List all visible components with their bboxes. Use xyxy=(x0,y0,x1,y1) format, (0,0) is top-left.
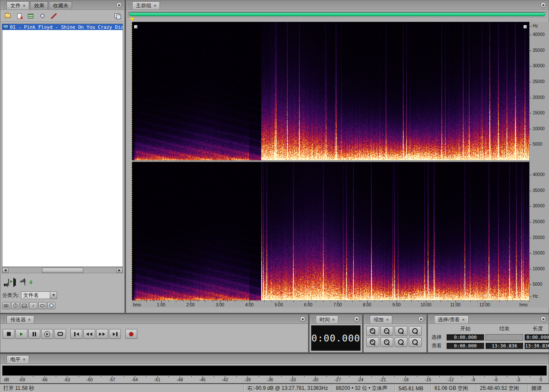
frequency-ruler[interactable]: Hz40000350003000025000200001500010000500… xyxy=(529,22,549,300)
panel-menu-button[interactable] xyxy=(418,316,424,322)
zoom-out-vertical-button[interactable]: − xyxy=(380,337,393,347)
loop-play-button[interactable] xyxy=(54,329,66,339)
zoom-right-edge-button[interactable] xyxy=(409,337,422,347)
freq-label: 10000 xyxy=(533,126,545,131)
tab-files[interactable]: 文件 × xyxy=(6,1,29,9)
go-to-start-button[interactable] xyxy=(70,329,82,339)
status-display-mode[interactable]: 频谱 xyxy=(528,385,549,392)
close-icon[interactable]: × xyxy=(386,317,389,322)
panel-drag-grip[interactable] xyxy=(3,3,5,9)
close-icon[interactable]: × xyxy=(462,317,465,322)
close-icon[interactable]: × xyxy=(23,3,25,8)
show-video-files-button[interactable] xyxy=(20,302,28,309)
playhead-marker-icon[interactable] xyxy=(130,18,134,21)
scroll-right-button[interactable] xyxy=(116,268,123,273)
playhead-line[interactable] xyxy=(132,22,132,300)
show-midi-files-button[interactable]: ♪ xyxy=(29,302,37,309)
level-meter[interactable] xyxy=(2,365,547,376)
file-list[interactable]: 01 - Pink Floyd - Shine On You Crazy Dia xyxy=(2,24,123,267)
panel-drag-grip[interactable] xyxy=(312,317,314,323)
file-row[interactable]: 01 - Pink Floyd - Shine On You Crazy Dia xyxy=(2,24,123,30)
view-length-field[interactable]: 13:30.836 xyxy=(525,343,549,349)
play-button[interactable] xyxy=(15,329,27,339)
auto-play-button[interactable] xyxy=(8,279,9,285)
channel-grip-left-icon[interactable] xyxy=(134,25,138,29)
insert-into-multitrack-button[interactable] xyxy=(25,11,36,21)
close-file-button[interactable] xyxy=(14,11,24,21)
file-type-toggles: ♪ xyxy=(2,301,124,310)
panel-menu-button[interactable] xyxy=(540,316,546,322)
change-panel-view-button[interactable] xyxy=(112,11,123,21)
tab-effects[interactable]: 效果 xyxy=(30,1,48,9)
show-loop-files-button[interactable] xyxy=(11,302,19,309)
status-cursor-info: 右:-90.9 dB @ 13:27.781, 31363Hz xyxy=(244,385,332,392)
close-icon[interactable]: × xyxy=(23,357,25,362)
panel-drag-grip[interactable] xyxy=(366,317,368,323)
panel-menu-button[interactable] xyxy=(540,2,546,8)
preview-volume-knob[interactable] xyxy=(24,279,25,285)
panel-drag-grip[interactable] xyxy=(3,356,5,362)
sort-dropdown[interactable]: 文件名 xyxy=(21,291,57,299)
zoom-out-horizontal-button[interactable]: − xyxy=(380,326,393,336)
panel-menu-button[interactable] xyxy=(354,316,360,322)
zoom-full-button[interactable] xyxy=(395,326,407,336)
show-markers-button[interactable] xyxy=(38,302,46,309)
spectrogram-canvas[interactable] xyxy=(132,22,529,300)
play-from-cursor-button[interactable] xyxy=(41,329,53,339)
freq-label: 25000 xyxy=(533,219,545,224)
stop-button[interactable] xyxy=(3,329,15,339)
selection-length-field[interactable]: 0:00.000 xyxy=(525,334,549,341)
level-scale: dB -69-66-63-60-57-54-51-48-45-42-39-36-… xyxy=(2,376,547,383)
marker-strip[interactable] xyxy=(128,18,547,21)
tab-time[interactable]: 时间 × xyxy=(316,315,338,323)
channel-grip-right-icon[interactable] xyxy=(523,25,527,29)
zoom-in-vertical-button[interactable]: + xyxy=(366,337,379,347)
fast-forward-button[interactable] xyxy=(96,329,108,339)
panel-menu-button[interactable] xyxy=(116,2,122,8)
panel-drag-grip[interactable] xyxy=(3,317,5,323)
tab-transport[interactable]: 传送器 × xyxy=(6,315,34,323)
edit-file-button[interactable] xyxy=(48,11,59,21)
view-start-field[interactable]: 0:00.000 xyxy=(446,343,484,349)
insert-into-cd-button[interactable] xyxy=(37,11,48,21)
close-icon[interactable]: × xyxy=(332,317,335,322)
zoom-in-horizontal-button[interactable]: + xyxy=(366,326,379,336)
freq-label: Hz xyxy=(533,24,538,28)
import-file-button[interactable] xyxy=(2,11,13,21)
tab-favorites[interactable]: 收藏夹 xyxy=(49,1,72,9)
tab-levels[interactable]: 电平 × xyxy=(6,355,29,363)
close-icon[interactable]: × xyxy=(154,3,156,8)
sort-row: 分类为: 文件名 xyxy=(2,291,124,299)
tab-selection-view[interactable]: 选择/查看 × xyxy=(434,315,469,323)
horizontal-range-track[interactable] xyxy=(128,12,547,17)
panel-menu-button[interactable] xyxy=(300,316,306,322)
panel-drag-grip[interactable] xyxy=(128,3,131,9)
tab-main-group[interactable]: 主群组 × xyxy=(132,1,160,9)
db-unit-label: dB xyxy=(4,377,9,382)
arrow-right-icon xyxy=(118,269,121,272)
show-cd-files-button[interactable] xyxy=(47,302,55,309)
timeline-ruler[interactable]: hms hms 1:002:003:004:005:006:007:008:00… xyxy=(132,300,529,308)
selection-start-field[interactable]: 0:00.000 xyxy=(446,334,484,341)
scrollbar-thumb[interactable] xyxy=(42,268,83,273)
horizontal-range-bar[interactable] xyxy=(129,12,546,16)
close-icon[interactable]: × xyxy=(28,317,30,322)
close-file-icon xyxy=(17,13,21,19)
preview-play-button[interactable] xyxy=(13,279,16,285)
record-button[interactable] xyxy=(125,329,137,339)
rewind-button[interactable] xyxy=(83,329,95,339)
pause-button[interactable] xyxy=(28,329,40,339)
scrollbar-track[interactable] xyxy=(9,268,116,273)
dropdown-arrow-icon[interactable] xyxy=(50,292,57,299)
time-display: 0:00.000 xyxy=(311,325,361,351)
selection-end-field[interactable] xyxy=(486,334,523,341)
scroll-left-button[interactable] xyxy=(2,268,9,273)
tab-zoom[interactable]: 缩放 × xyxy=(370,315,392,323)
file-list-hscrollbar[interactable] xyxy=(2,267,123,273)
zoom-to-selection-button[interactable] xyxy=(409,326,422,336)
go-to-end-button[interactable] xyxy=(109,329,121,339)
show-audio-files-button[interactable] xyxy=(2,302,10,309)
view-end-field[interactable]: 13:30.836 xyxy=(486,343,523,349)
zoom-left-edge-button[interactable] xyxy=(395,337,407,347)
panel-drag-grip[interactable] xyxy=(430,317,433,323)
